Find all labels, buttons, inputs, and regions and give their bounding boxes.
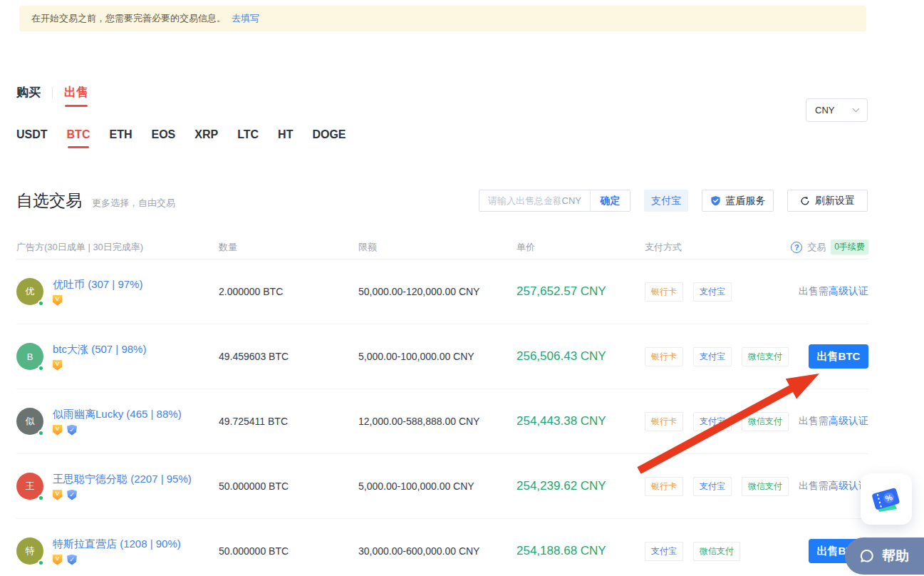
advertiser-name-link[interactable]: 优吐币 (307 | 97%) <box>53 278 142 292</box>
online-dot <box>38 495 44 501</box>
badge-list: V✓ <box>53 425 182 436</box>
amount-currency-label: CNY <box>561 195 590 206</box>
payment-tag: 银行卡 <box>645 477 683 496</box>
table-row: 优 优吐币 (307 | 97%) V 2.000000 BTC 50,000.… <box>16 259 868 324</box>
chat-bubble-icon <box>859 548 875 564</box>
payment-tag: 支付宝 <box>645 542 683 561</box>
online-dot <box>38 430 44 436</box>
section-head: 自选交易 更多选择，自由交易 <box>16 190 175 212</box>
advertiser-name-link[interactable]: 王思聪宁德分聪 (2207 | 95%) <box>53 473 192 486</box>
tab-ht[interactable]: HT <box>278 128 293 148</box>
badge-list: V✓ <box>53 555 181 565</box>
tab-ltc[interactable]: LTC <box>237 128 259 148</box>
blue-shield-badge-icon: ✓ <box>67 555 77 565</box>
payment-tag: 支付宝 <box>693 347 732 366</box>
payment-tags: 银行卡支付宝微信支付 <box>645 412 784 431</box>
online-dot <box>38 365 44 371</box>
limit-value: 30,000.00-600,000.00 CNY <box>358 545 516 557</box>
limit-value: 12,000.00-588,888.00 CNY <box>358 416 516 427</box>
tab-doge[interactable]: DOGE <box>312 128 346 148</box>
table-row: 王 王思聪宁德分聪 (2207 | 95%) V✓ 50.000000 BTC … <box>16 454 868 519</box>
quantity-value: 2.000000 BTC <box>219 286 358 297</box>
online-dot <box>38 560 44 566</box>
avatar-char: 似 <box>26 415 35 428</box>
tab-usdt[interactable]: USDT <box>16 128 48 148</box>
advertiser-name-link[interactable]: 特斯拉直营店 (1208 | 90%) <box>53 538 181 551</box>
help-label: 帮助 <box>882 547 909 565</box>
tab-btc[interactable]: BTC <box>67 128 90 148</box>
avatar[interactable]: 优 <box>16 278 43 305</box>
coupon-widget[interactable]: % <box>861 473 912 525</box>
payment-tag: 微信支付 <box>742 477 789 496</box>
payment-tag: 微信支付 <box>742 347 789 366</box>
action-cell: 出售需高级认证 <box>784 415 868 428</box>
help-button[interactable]: 帮助 <box>845 538 924 575</box>
currency-select[interactable]: CNY <box>806 98 868 122</box>
refresh-settings-button[interactable]: 刷新设置 <box>787 190 868 212</box>
blue-shield-badge-icon: ✓ <box>67 490 77 500</box>
payment-tag: 银行卡 <box>645 282 683 302</box>
listings-table: 广告方(30日成单 | 30日完成率) 数量 限额 单价 支付方式 ? 交易 0… <box>16 235 868 576</box>
tab-buy[interactable]: 购买 <box>16 84 41 107</box>
advertiser-name-link[interactable]: btc大涨 (507 | 98%) <box>53 343 146 356</box>
page-title: 自选交易 <box>16 190 82 212</box>
header-advertiser: 广告方(30日成单 | 30日完成率) <box>16 241 219 254</box>
amount-input[interactable] <box>479 195 561 206</box>
avatar[interactable]: B <box>16 343 43 370</box>
action-prefix: 出售需 <box>799 415 829 428</box>
payment-tags: 银行卡支付宝 <box>645 282 784 302</box>
gold-v-badge-icon: V <box>53 425 62 436</box>
filter-bar: CNY 确定 支付宝 蓝盾服务 刷新设置 <box>479 190 868 212</box>
avatar[interactable]: 特 <box>16 538 43 565</box>
payment-tags: 支付宝微信支付 <box>645 542 784 561</box>
tab-divider <box>52 87 53 98</box>
action-cell: 出售需高级认证 <box>784 480 868 493</box>
page-subtitle: 更多选择，自由交易 <box>92 197 175 210</box>
avatar-char: 王 <box>26 480 35 493</box>
sell-button[interactable]: 出售BTC <box>809 344 868 369</box>
gold-v-badge-icon: V <box>53 555 62 565</box>
table-header: 广告方(30日成单 | 30日完成率) 数量 限额 单价 支付方式 ? 交易 0… <box>16 235 868 259</box>
payment-tag: 微信支付 <box>693 542 740 561</box>
coupon-ticket-icon: % <box>870 483 903 515</box>
notice-bar: 在开始交易之前，您需要完善必要的交易信息。 去填写 <box>19 6 866 31</box>
payment-tag: 银行卡 <box>645 412 683 431</box>
refresh-settings-label: 刷新设置 <box>815 195 855 207</box>
advertiser-name-link[interactable]: 似雨幽离Lucky (465 | 88%) <box>53 408 182 421</box>
price-value: 254,443.38 CNY <box>516 414 645 428</box>
confirm-button[interactable]: 确定 <box>590 190 630 211</box>
table-body: 优 优吐币 (307 | 97%) V 2.000000 BTC 50,000.… <box>16 259 868 576</box>
action-cell: 出售BTC <box>784 344 868 369</box>
header-payment: 支付方式 <box>645 241 784 254</box>
price-value: 254,239.62 CNY <box>516 479 645 493</box>
online-dot <box>38 300 44 307</box>
blue-shield-service-button[interactable]: 蓝盾服务 <box>702 190 774 212</box>
chevron-down-icon <box>853 106 860 113</box>
advanced-verify-link[interactable]: 高级认证 <box>829 415 868 428</box>
tab-eos[interactable]: EOS <box>151 128 175 148</box>
blue-shield-badge-icon: ✓ <box>67 425 77 436</box>
shield-icon <box>710 195 721 207</box>
notice-fill-link[interactable]: 去填写 <box>232 12 259 25</box>
table-row: B btc大涨 (507 | 98%) V 49.459603 BTC 5,00… <box>16 324 868 389</box>
avatar[interactable]: 似 <box>16 408 43 435</box>
advanced-verify-link[interactable]: 高级认证 <box>829 285 868 298</box>
question-icon[interactable]: ? <box>791 242 802 253</box>
action-prefix: 出售需 <box>799 285 829 298</box>
avatar[interactable]: 王 <box>16 473 43 500</box>
quantity-value: 50.000000 BTC <box>219 480 358 492</box>
quantity-value: 49.459603 BTC <box>219 351 358 362</box>
payment-tags: 银行卡支付宝微信支付 <box>645 347 784 366</box>
payment-tag: 支付宝 <box>693 412 732 431</box>
payment-tag: 支付宝 <box>693 282 732 302</box>
tab-sell[interactable]: 出售 <box>64 84 88 107</box>
currency-select-value: CNY <box>815 105 834 115</box>
tab-xrp[interactable]: XRP <box>194 128 218 148</box>
blue-shield-label: 蓝盾服务 <box>726 195 766 207</box>
coin-tabs: USDT BTC ETH EOS XRP LTC HT DOGE <box>16 128 346 148</box>
gold-v-badge-icon: V <box>53 490 62 500</box>
tab-eth[interactable]: ETH <box>109 128 132 148</box>
alipay-filter-button[interactable]: 支付宝 <box>644 190 688 212</box>
trade-tabs: 购买 出售 <box>16 84 88 107</box>
payment-tag: 银行卡 <box>645 347 683 366</box>
